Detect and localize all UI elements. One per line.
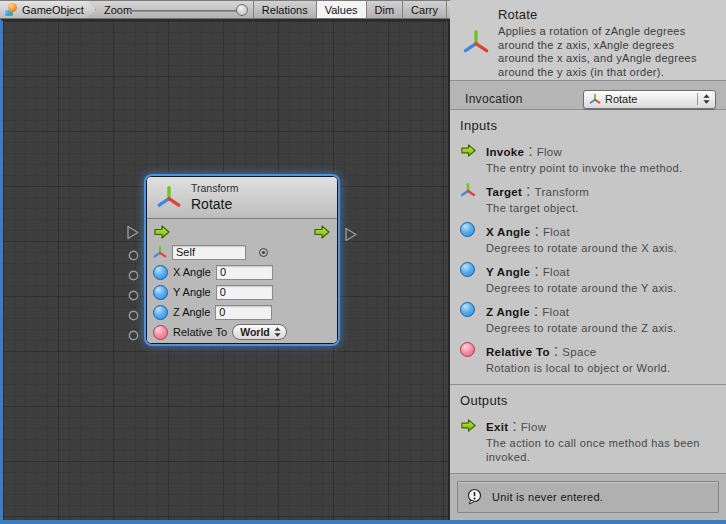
- warning-text: Unit is never entered.: [492, 491, 603, 503]
- port-separator: :: [528, 142, 532, 159]
- tab-values[interactable]: Values: [316, 1, 366, 18]
- input-entry-yangle: Y Angle:Float Degrees to rotate around t…: [460, 262, 718, 295]
- exit-arrow-icon[interactable]: [313, 223, 331, 241]
- transform-port-icon[interactable]: [153, 245, 167, 260]
- updown-arrows-icon: [697, 93, 710, 105]
- port-name: Relative To: [486, 346, 550, 358]
- inspector-panel: Rotate Applies a rotation of zAngle degr…: [450, 0, 726, 520]
- object-picker-icon[interactable]: [259, 248, 268, 257]
- node-relativeto-row: Relative To World: [153, 322, 331, 342]
- float-port-icon: [460, 222, 478, 255]
- node-target-row: [153, 242, 331, 262]
- port-name: Invoke: [486, 146, 524, 158]
- float-port-icon: [460, 302, 478, 335]
- outputs-section: Outputs Exit:Flow The action to call onc…: [450, 384, 726, 473]
- node-header[interactable]: Transform Rotate: [147, 177, 337, 219]
- node-input-yangle-port[interactable]: [128, 290, 139, 301]
- zangle-field[interactable]: [215, 305, 272, 320]
- flow-port-icon: [460, 142, 478, 175]
- transform-port-icon: [460, 182, 478, 215]
- node-output-flow-port[interactable]: [344, 227, 358, 242]
- zangle-label: Z Angle: [173, 306, 210, 318]
- space-port-icon[interactable]: [153, 325, 168, 340]
- node-xangle-row: X Angle: [153, 262, 331, 282]
- tab-values-label: Values: [325, 4, 358, 16]
- graph-toolbar: GameObject Zoom 1x Relations Values Dim …: [0, 0, 450, 19]
- float-port-icon[interactable]: [153, 265, 168, 280]
- port-type: Flow: [521, 421, 546, 433]
- node-input-target-port[interactable]: [128, 250, 139, 261]
- rotate-unit-node[interactable]: Transform Rotate: [147, 177, 337, 343]
- port-type: Float: [542, 306, 569, 318]
- updown-arrows-icon: [274, 327, 281, 337]
- warning-box: Unit is never entered.: [457, 481, 719, 513]
- port-type: Transform: [535, 186, 590, 198]
- transform-icon: [462, 28, 490, 58]
- port-separator: :: [534, 262, 538, 279]
- port-separator: :: [526, 182, 530, 199]
- input-entry-invoke: Invoke:Flow The entry point to invoke th…: [460, 142, 718, 175]
- port-name: Z Angle: [486, 306, 530, 318]
- relativeto-value: World: [240, 326, 270, 338]
- panel-footer: Unit is never entered.: [450, 473, 726, 520]
- float-port-icon[interactable]: [153, 305, 168, 320]
- tab-carry-label: Carry: [411, 4, 438, 16]
- port-type: Flow: [537, 146, 562, 158]
- node-yangle-row: Y Angle: [153, 282, 331, 302]
- space-port-icon: [460, 342, 478, 375]
- port-type: Space: [562, 346, 596, 358]
- output-entry-exit: Exit:Flow The action to call once method…: [460, 417, 718, 464]
- port-separator: :: [512, 417, 516, 434]
- inputs-section: Inputs Invoke:Flow The entry point to in…: [450, 110, 726, 384]
- zoom-label: Zoom: [104, 4, 132, 16]
- node-flow-row: [153, 222, 331, 242]
- node-input-xangle-port[interactable]: [128, 270, 139, 281]
- breadcrumb[interactable]: GameObject: [0, 1, 96, 18]
- unit-description-section: Rotate Applies a rotation of zAngle degr…: [450, 0, 726, 81]
- input-entry-zangle: Z Angle:Float Degrees to rotate around t…: [460, 302, 718, 335]
- port-description: Degrees to rotate around the Y axis.: [486, 281, 711, 295]
- node-category: Transform: [191, 182, 238, 194]
- unit-title: Rotate: [498, 7, 718, 22]
- port-separator: :: [534, 302, 538, 319]
- tab-relations[interactable]: Relations: [253, 1, 316, 18]
- invocation-section: Invocation Rotate: [450, 81, 726, 110]
- invocation-value: Rotate: [605, 93, 637, 105]
- port-description: The action to call once method has been …: [486, 436, 711, 464]
- zoom-slider-handle[interactable]: [236, 4, 248, 16]
- port-description: Degrees to rotate around the Z axis.: [486, 321, 711, 335]
- transform-icon: [589, 93, 601, 106]
- target-field[interactable]: [172, 245, 246, 260]
- unit-description: Applies a rotation of zAngle degrees aro…: [498, 25, 708, 79]
- port-description: Degrees to rotate around the X axis.: [486, 241, 711, 255]
- relativeto-label: Relative To: [173, 326, 227, 338]
- node-input-flow-port[interactable]: [126, 225, 140, 240]
- yangle-field[interactable]: [216, 285, 273, 300]
- port-description: The target object.: [486, 201, 711, 215]
- input-entry-target: Target:Transform The target object.: [460, 182, 718, 215]
- tab-carry[interactable]: Carry: [402, 1, 447, 18]
- invocation-dropdown[interactable]: Rotate: [583, 90, 716, 109]
- relativeto-dropdown[interactable]: World: [232, 324, 287, 340]
- port-separator: :: [554, 342, 558, 359]
- tab-dim[interactable]: Dim: [366, 1, 403, 18]
- zoom-slider-track[interactable]: [129, 10, 245, 12]
- port-name: Exit: [486, 421, 508, 433]
- float-port-icon[interactable]: [153, 285, 168, 300]
- node-zangle-row: Z Angle: [153, 302, 331, 322]
- focus-border: [0, 520, 726, 524]
- port-separator: :: [534, 222, 538, 239]
- node-input-relativeto-port[interactable]: [128, 330, 139, 341]
- port-type: Float: [543, 266, 570, 278]
- float-port-icon: [460, 262, 478, 295]
- tab-relations-label: Relations: [262, 4, 308, 16]
- inputs-title: Inputs: [460, 118, 726, 133]
- gameobject-icon: [4, 3, 18, 17]
- port-description: The entry point to invoke the method.: [486, 161, 711, 175]
- warning-bubble-icon: [466, 488, 484, 506]
- node-input-zangle-port[interactable]: [128, 310, 139, 321]
- xangle-field[interactable]: [216, 265, 273, 280]
- yangle-label: Y Angle: [173, 286, 211, 298]
- port-name: X Angle: [486, 226, 530, 238]
- invoke-arrow-icon[interactable]: [153, 223, 171, 241]
